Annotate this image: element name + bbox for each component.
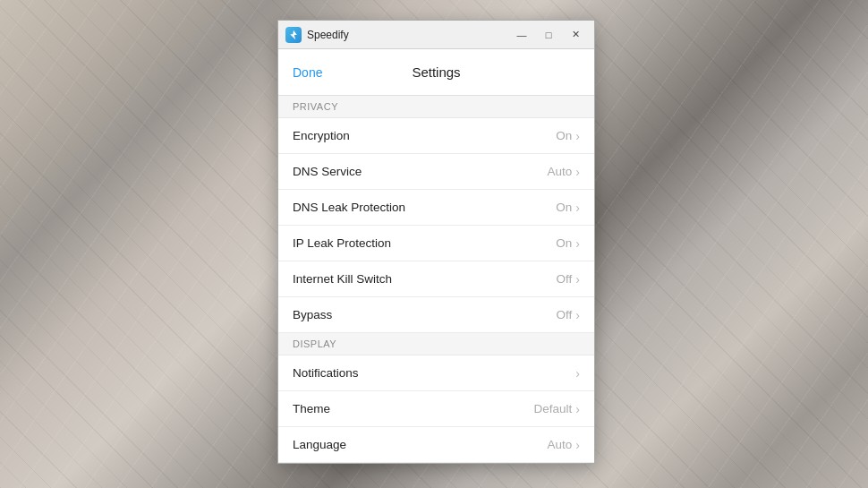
chevron-icon: ›	[575, 273, 580, 286]
maximize-button[interactable]: □	[537, 26, 560, 44]
notifications-label: Notifications	[293, 366, 572, 380]
minimize-button[interactable]: —	[510, 26, 533, 44]
encryption-value: On	[556, 129, 572, 142]
dns-leak-label: DNS Leak Protection	[293, 201, 556, 214]
settings-content: PRIVACY Encryption On › DNS Service Auto…	[278, 96, 594, 463]
close-button[interactable]: ✕	[564, 26, 587, 44]
settings-title: Settings	[412, 64, 460, 80]
title-bar: Speedify — □ ✕	[278, 21, 594, 49]
dns-leak-value: On	[556, 201, 572, 214]
kill-switch-row[interactable]: Internet Kill Switch Off ›	[278, 261, 594, 297]
kill-switch-label: Internet Kill Switch	[293, 272, 557, 286]
bypass-value: Off	[557, 308, 573, 321]
bypass-row[interactable]: Bypass Off ›	[278, 297, 594, 333]
speedify-logo-icon	[288, 30, 299, 40]
chevron-icon: ›	[575, 309, 580, 321]
dns-service-row[interactable]: DNS Service Auto ›	[278, 154, 594, 190]
language-label: Language	[293, 438, 548, 451]
encryption-row[interactable]: Encryption On ›	[278, 118, 594, 154]
privacy-section-header: PRIVACY	[278, 96, 594, 118]
window-title: Speedify	[307, 29, 510, 41]
chevron-icon: ›	[575, 201, 580, 214]
notifications-row[interactable]: Notifications ›	[278, 355, 594, 391]
chevron-icon: ›	[575, 439, 580, 451]
app-window: Speedify — □ ✕ Done Settings PRIVACY Enc…	[277, 20, 595, 464]
dns-service-value: Auto	[548, 165, 573, 178]
chevron-icon: ›	[575, 166, 580, 178]
chevron-icon: ›	[575, 130, 580, 142]
window-controls: — □ ✕	[510, 26, 587, 44]
display-section-header: DISPLAY	[278, 333, 594, 355]
dns-service-label: DNS Service	[293, 165, 548, 178]
kill-switch-value: Off	[557, 272, 573, 286]
ip-leak-value: On	[556, 236, 572, 250]
language-row[interactable]: Language Auto ›	[278, 427, 594, 463]
chevron-icon: ›	[575, 237, 580, 250]
encryption-label: Encryption	[293, 129, 556, 142]
theme-value: Default	[534, 402, 573, 415]
language-value: Auto	[548, 438, 573, 451]
chevron-icon: ›	[575, 367, 580, 380]
chevron-icon: ›	[575, 403, 580, 415]
bypass-label: Bypass	[293, 308, 557, 321]
ip-leak-label: IP Leak Protection	[293, 236, 556, 250]
ip-leak-row[interactable]: IP Leak Protection On ›	[278, 226, 594, 261]
done-button[interactable]: Done	[293, 65, 322, 80]
app-icon	[285, 27, 302, 43]
theme-row[interactable]: Theme Default ›	[278, 391, 594, 427]
theme-label: Theme	[293, 402, 534, 415]
dns-leak-row[interactable]: DNS Leak Protection On ›	[278, 190, 594, 226]
settings-header: Done Settings	[278, 49, 594, 96]
